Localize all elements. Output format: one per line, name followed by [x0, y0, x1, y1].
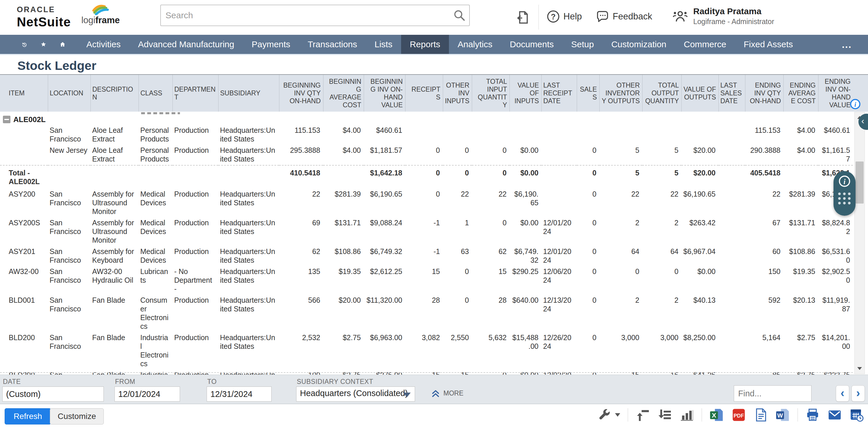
cell-end-avg-cost: $19.35 — [783, 266, 818, 295]
cell-beg-inv-qty: 2,532 — [279, 332, 323, 370]
column-header-end-avg-cost[interactable]: ENDING AVERAGE COST — [783, 75, 818, 112]
date-filter-input[interactable] — [2, 387, 104, 402]
nav-item-documents[interactable]: Documents — [501, 35, 562, 54]
column-header-value-of-outputs[interactable]: VALUE OF OUTPUTS — [681, 75, 718, 112]
email-icon[interactable] — [828, 408, 842, 422]
export-word-icon[interactable]: W — [776, 408, 790, 422]
print-icon[interactable] — [805, 408, 820, 422]
recent-records-icon[interactable] — [18, 38, 31, 51]
column-header-total-input-qty[interactable]: TOTAL INPUT QUANTITY — [472, 75, 509, 112]
column-header-receipts[interactable]: RECEIPTS — [405, 75, 443, 112]
chart-view-icon[interactable] — [680, 408, 694, 422]
cell-description — [90, 165, 138, 189]
column-header-description[interactable]: DESCRIPTION — [90, 75, 138, 112]
cell-receipts: 0 — [405, 165, 443, 189]
nav-more-button[interactable]: ... — [833, 35, 868, 54]
nav-item-analytics[interactable]: Analytics — [449, 35, 501, 54]
assistant-widget[interactable]: i — [834, 171, 856, 216]
schedule-icon[interactable] — [849, 408, 864, 422]
from-date-input[interactable] — [115, 387, 180, 402]
column-header-class[interactable]: CLASS — [138, 75, 173, 112]
column-header-other-inventory-outputs[interactable]: OTHER INVENTORY OUTPUTS — [599, 75, 642, 112]
cell-receipts — [405, 125, 443, 145]
subsidiary-context-select[interactable]: Headquarters (Consolidated) — [296, 387, 415, 402]
help-button[interactable]: ? Help — [547, 10, 582, 23]
export-excel-icon[interactable]: X — [710, 408, 724, 422]
search-icon[interactable] — [453, 9, 466, 22]
feedback-button[interactable]: Feedback — [596, 10, 652, 23]
customize-button[interactable]: Customize — [50, 408, 104, 425]
cell-other-inventory-outputs: 5 — [599, 145, 642, 165]
cell-location: San Francisco — [48, 266, 90, 295]
collapse-rows-icon[interactable] — [658, 408, 672, 422]
home-icon[interactable] — [56, 38, 69, 51]
main-nav: ActivitiesAdvanced ManufacturingPayments… — [0, 35, 868, 54]
nav-item-advanced-manufacturing[interactable]: Advanced Manufacturing — [129, 35, 243, 54]
more-filters-button[interactable]: MORE — [431, 388, 463, 398]
netsuite-logo-text: NetSuite — [17, 15, 71, 29]
cell-end-inv-value: $11,919.87 — [818, 295, 853, 332]
cell-class: Personal Products — [138, 145, 173, 165]
dots-grid-icon[interactable] — [838, 192, 851, 205]
cell-subsidiary: Headquarters:United States — [218, 125, 279, 145]
nav-item-lists[interactable]: Lists — [366, 35, 401, 54]
nav-item-transactions[interactable]: Transactions — [299, 35, 366, 54]
find-input[interactable] — [734, 385, 811, 402]
column-header-other-inv-inputs[interactable]: OTHER INV INPUTS — [443, 75, 472, 112]
cell-class: Consumer Electronics — [138, 295, 173, 332]
cell-other-inventory-outputs: 3,000 — [599, 332, 642, 370]
next-page-button[interactable]: › — [851, 385, 865, 402]
info-icon[interactable]: i — [838, 175, 850, 187]
nav-item-commerce[interactable]: Commerce — [675, 35, 735, 54]
stock-ledger-table: ALE002LSan FranciscoAloe Leaf ExtractPer… — [0, 112, 853, 375]
table-row: ASY200San FranciscoAssembly for Ultrasou… — [0, 189, 853, 217]
collapse-group-icon[interactable] — [3, 116, 10, 123]
refresh-button[interactable]: Refresh — [5, 408, 51, 425]
vertical-scrollbar[interactable] — [855, 112, 865, 374]
cell-total-output-qty: 5 — [642, 165, 681, 189]
column-header-department[interactable]: DEPARTMENT — [173, 75, 218, 112]
netsuite-logo[interactable]: ORACLE NetSuite — [17, 5, 71, 29]
column-header-last-receipt-date[interactable]: LAST RECEIPT DATE — [541, 75, 577, 112]
column-header-total-output-qty[interactable]: TOTAL OUTPUT QUANTITY — [642, 75, 681, 112]
export-pdf-icon[interactable]: PDF — [732, 408, 746, 422]
search-input[interactable] — [161, 10, 453, 20]
cell-class: Medical Devices — [138, 189, 173, 217]
scrollbar-thumb[interactable] — [856, 161, 864, 204]
column-header-end-inv-value[interactable]: ENDING INV ON-HAND VALUE — [818, 75, 853, 112]
column-header-sales[interactable]: SALES — [577, 75, 599, 112]
column-header-subsidiary[interactable]: SUBSIDIARY — [218, 75, 279, 112]
column-header-beg-inv-value[interactable]: BEGINNING INV ON-HAND VALUE — [364, 75, 405, 112]
nav-item-activities[interactable]: Activities — [78, 35, 129, 54]
cell-end-inv-qty: 5,164 — [745, 332, 783, 370]
find-box — [734, 385, 811, 402]
report-info-icon[interactable]: i — [850, 99, 861, 110]
prev-page-button[interactable]: ‹ — [836, 385, 849, 402]
column-header-location[interactable]: LOCATION — [48, 75, 90, 112]
expand-rows-icon[interactable] — [636, 408, 650, 422]
column-header-beg-inv-qty[interactable]: BEGINNING INV QTY ON-HAND — [279, 75, 323, 112]
shortcuts-star-icon[interactable] — [37, 38, 50, 51]
cell-beg-avg-cost: $19.35 — [323, 266, 364, 295]
new-record-icon[interactable] — [515, 9, 530, 26]
column-header-last-sales-date[interactable]: LAST SALES DATE — [718, 75, 745, 112]
settings-dropdown-icon[interactable] — [615, 413, 620, 417]
column-header-end-inv-qty[interactable]: ENDING INV QTY ON-HAND — [745, 75, 783, 112]
column-header-item[interactable]: ITEM — [0, 75, 48, 112]
scroll-down-icon[interactable] — [855, 363, 865, 374]
nav-item-reports[interactable]: Reports — [401, 35, 449, 54]
nav-item-payments[interactable]: Payments — [243, 35, 299, 54]
more-label: MORE — [443, 390, 463, 397]
export-csv-icon[interactable] — [753, 408, 768, 422]
nav-item-customization[interactable]: Customization — [602, 35, 675, 54]
cell-value-of-inputs: $15,488.00 — [509, 332, 541, 370]
to-date-input[interactable] — [207, 387, 272, 402]
settings-icon[interactable] — [597, 408, 612, 422]
cell-sales: 0 — [577, 295, 599, 332]
nav-item-setup[interactable]: Setup — [562, 35, 602, 54]
column-header-value-of-inputs[interactable]: VALUE OF INPUTS — [509, 75, 541, 112]
user-menu[interactable]: Raditya Pratama Logiframe - Administrato… — [672, 6, 774, 26]
column-header-beg-avg-cost[interactable]: BEGINNING AVERAGE COST — [323, 75, 364, 112]
nav-item-fixed-assets[interactable]: Fixed Assets — [735, 35, 802, 54]
cell-value-of-inputs: $640.00 — [509, 295, 541, 332]
